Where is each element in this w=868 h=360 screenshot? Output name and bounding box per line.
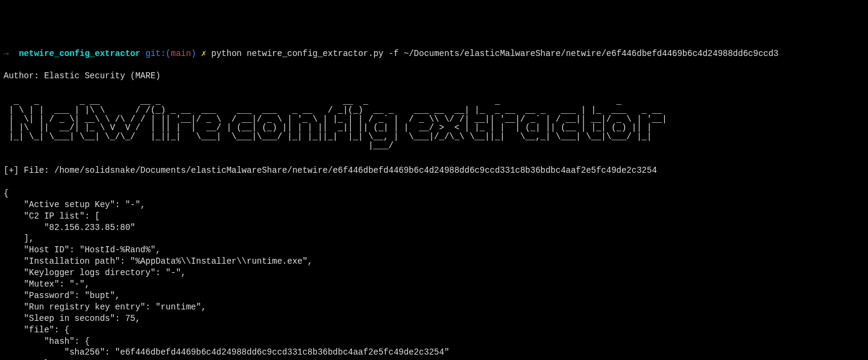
author-line: Author: Elastic Security (MARE) xyxy=(4,70,864,82)
git-label: git:( xyxy=(145,48,171,60)
prompt-x-icon: ✗ xyxy=(201,48,212,60)
command-text: python netwire_config_extractor.py -f ~/… xyxy=(212,48,779,60)
prompt-dir: netwire_config_extractor xyxy=(14,48,145,60)
json-output-block: { "Active setup Key": "-", "C2 IP list":… xyxy=(4,188,864,360)
git-close: ) xyxy=(191,48,201,60)
shell-prompt-line[interactable]: → netwire_config_extractor git:(main) ✗ … xyxy=(4,48,864,60)
file-marker-line: [+] File: /home/solidsnake/Documents/ela… xyxy=(4,165,864,176)
git-branch: main xyxy=(171,48,191,60)
prompt-arrow: → xyxy=(4,48,14,60)
ascii-banner: _ _ _ __ __ _ __ _ _ _ | \ | | ___ | |\ … xyxy=(4,97,864,150)
